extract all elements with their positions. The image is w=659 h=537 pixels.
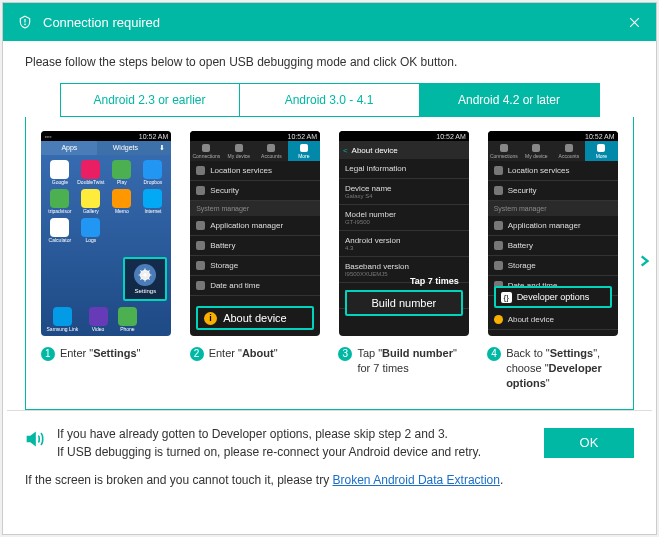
- instruction-text: Please follow the steps below to open US…: [3, 41, 656, 77]
- ok-button[interactable]: OK: [544, 428, 634, 458]
- settings-icon-highlight: Settings: [123, 257, 167, 301]
- shield-icon: [17, 14, 33, 30]
- step3-caption: 3 Tap "Build number" for 7 times: [336, 346, 471, 376]
- step2-number: 2: [190, 347, 204, 361]
- tab-android-30[interactable]: Android 3.0 - 4.1: [240, 83, 420, 117]
- svg-point-1: [144, 273, 148, 277]
- titlebar: Connection required: [3, 3, 656, 41]
- svg-point-0: [25, 24, 26, 25]
- tab-android-23[interactable]: Android 2.3 or earlier: [60, 83, 240, 117]
- about-device-highlight: i About device: [196, 306, 314, 330]
- step-1: ◦◦◦10:52 AM AppsWidgets⬇ Google DoubleTw…: [39, 131, 174, 391]
- close-icon[interactable]: [626, 14, 642, 30]
- step2-screenshot: 10:52 AM Connections My device Accounts …: [190, 131, 320, 336]
- dialog-title: Connection required: [43, 15, 626, 30]
- broken-screen-note: If the screen is broken and you cannot t…: [25, 473, 634, 487]
- developer-options-highlight: {} Developer options: [494, 286, 612, 308]
- footer: If you have already gotten to Developer …: [3, 411, 656, 497]
- braces-icon: {}: [501, 292, 512, 303]
- step3-number: 3: [338, 347, 352, 361]
- step3-screenshot: 10:52 AM <About device Legal information…: [339, 131, 469, 336]
- step4-number: 4: [487, 347, 501, 361]
- step-3: 10:52 AM <About device Legal information…: [336, 131, 471, 391]
- step1-caption: 1 Enter "Settings": [39, 346, 174, 361]
- footer-line1: If you have already gotten to Developer …: [57, 425, 532, 443]
- info-icon: i: [204, 312, 217, 325]
- step1-number: 1: [41, 347, 55, 361]
- step2-caption: 2 Enter "About": [188, 346, 323, 361]
- build-number-highlight: Build number: [345, 290, 463, 316]
- speaker-icon: [25, 429, 45, 452]
- tap-7-label: Tap 7 times: [410, 276, 459, 286]
- step1-screenshot: ◦◦◦10:52 AM AppsWidgets⬇ Google DoubleTw…: [41, 131, 171, 336]
- step-2: 10:52 AM Connections My device Accounts …: [188, 131, 323, 391]
- step4-caption: 4 Back to "Settings", choose "Developer …: [485, 346, 620, 391]
- version-tabs: Android 2.3 or earlier Android 3.0 - 4.1…: [3, 77, 656, 117]
- steps-container: ◦◦◦10:52 AM AppsWidgets⬇ Google DoubleTw…: [25, 117, 634, 410]
- gear-icon: [134, 264, 156, 286]
- broken-android-link[interactable]: Broken Android Data Extraction: [333, 473, 500, 487]
- connection-dialog: Connection required Please follow the st…: [2, 2, 657, 535]
- step-4: 10:52 AM Connections My device Accounts …: [485, 131, 620, 391]
- step4-screenshot: 10:52 AM Connections My device Accounts …: [488, 131, 618, 336]
- footer-line2: If USB debugging is turned on, please re…: [57, 443, 532, 461]
- next-arrow-icon[interactable]: [637, 250, 651, 276]
- tab-android-42[interactable]: Android 4.2 or later: [420, 83, 600, 117]
